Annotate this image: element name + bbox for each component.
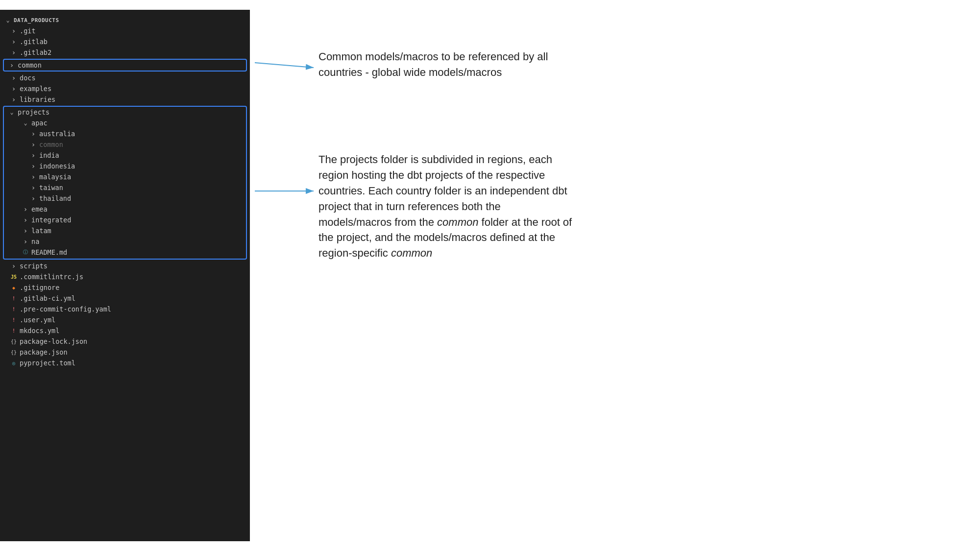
- git-icon: ◆: [10, 285, 18, 290]
- tree-item-australia[interactable]: australia: [4, 128, 246, 139]
- file-tree-panel: DATA_PRODUCTS .git .gitlab .gitlab2 comm…: [0, 10, 250, 541]
- chevron-right-icon: [10, 85, 18, 93]
- chevron-right-icon: [22, 205, 29, 213]
- tree-item-latam[interactable]: latam: [4, 225, 246, 236]
- tree-item-apac-common[interactable]: common: [4, 139, 246, 150]
- chevron-right-icon: [29, 162, 37, 170]
- chevron-down-icon: [22, 120, 29, 126]
- tree-item-integrated[interactable]: integrated: [4, 215, 246, 225]
- chevron-right-icon: [10, 262, 18, 270]
- tree-item-mkdocs[interactable]: ! mkdocs.yml: [0, 325, 250, 336]
- annotation-projects: The projects folder is subdivided in reg…: [318, 152, 573, 261]
- chevron-right-icon: [29, 173, 37, 181]
- tree-item-gitignore[interactable]: ◆ .gitignore: [0, 282, 250, 293]
- chevron-right-icon: [10, 27, 18, 35]
- chevron-right-icon: [29, 151, 37, 159]
- chevron-right-icon: [29, 184, 37, 192]
- tree-item-libraries[interactable]: libraries: [0, 94, 250, 105]
- chevron-right-icon: [10, 38, 18, 46]
- js-icon: JS: [10, 274, 18, 280]
- annotation-common: Common models/macros to be referenced by…: [318, 49, 564, 80]
- main-layout: DATA_PRODUCTS .git .gitlab .gitlab2 comm…: [0, 0, 980, 551]
- projects-highlight-box: projects apac australia common india: [3, 106, 247, 260]
- tree-item-pyproject[interactable]: ◎ pyproject.toml: [0, 358, 250, 368]
- tree-item-package-json[interactable]: {} package.json: [0, 347, 250, 358]
- exclamation-icon: !: [10, 328, 18, 334]
- circle-icon: ◎: [10, 360, 18, 366]
- tree-item-readme[interactable]: ⓘ README.md: [4, 247, 246, 258]
- chevron-right-icon: [22, 238, 29, 245]
- braces-icon: {}: [10, 339, 18, 344]
- tree-item-pre-commit[interactable]: ! .pre-commit-config.yaml: [0, 304, 250, 314]
- chevron-right-icon: [22, 227, 29, 235]
- chevron-right-icon: [8, 61, 16, 69]
- chevron-down-icon: [8, 109, 16, 116]
- tree-item-gitlab2[interactable]: .gitlab2: [0, 47, 250, 58]
- tree-item-indonesia[interactable]: indonesia: [4, 161, 246, 171]
- tree-item-gitlab-ci[interactable]: ! .gitlab-ci.yml: [0, 293, 250, 304]
- tree-item-package-lock[interactable]: {} package-lock.json: [0, 336, 250, 347]
- svg-line-0: [255, 63, 314, 68]
- chevron-right-icon: [29, 141, 37, 148]
- info-icon: ⓘ: [22, 249, 29, 256]
- tree-item-thailand[interactable]: thailand: [4, 193, 246, 204]
- content-area: Common models/macros to be referenced by…: [250, 10, 980, 541]
- tree-item-gitlab[interactable]: .gitlab: [0, 36, 250, 47]
- tree-item-common[interactable]: common: [4, 60, 246, 71]
- chevron-right-icon: [10, 96, 18, 103]
- common-highlight-box: common: [3, 59, 247, 72]
- chevron-right-icon: [10, 48, 18, 56]
- exclamation-icon: !: [10, 296, 18, 301]
- braces-icon: {}: [10, 350, 18, 355]
- tree-root[interactable]: DATA_PRODUCTS: [0, 15, 250, 25]
- tree-item-commitlintrc[interactable]: JS .commitlintrc.js: [0, 271, 250, 282]
- tree-item-malaysia[interactable]: malaysia: [4, 171, 246, 182]
- tree-item-india[interactable]: india: [4, 150, 246, 161]
- chevron-right-icon: [10, 74, 18, 82]
- chevron-down-icon: [4, 17, 12, 24]
- arrows-svg: [250, 10, 980, 541]
- tree-item-git[interactable]: .git: [0, 25, 250, 36]
- tree-item-user-yml[interactable]: ! .user.yml: [0, 314, 250, 325]
- exclamation-icon: !: [10, 317, 18, 323]
- tree-item-na[interactable]: na: [4, 236, 246, 247]
- chevron-right-icon: [22, 216, 29, 224]
- tree-item-emea[interactable]: emea: [4, 204, 246, 215]
- chevron-right-icon: [29, 130, 37, 138]
- tree-item-examples[interactable]: examples: [0, 83, 250, 94]
- tree-item-scripts[interactable]: scripts: [0, 261, 250, 271]
- chevron-right-icon: [29, 194, 37, 202]
- tree-item-projects[interactable]: projects: [4, 107, 246, 118]
- tree-item-apac[interactable]: apac: [4, 118, 246, 128]
- tree-item-taiwan[interactable]: taiwan: [4, 182, 246, 193]
- tree-item-docs[interactable]: docs: [0, 72, 250, 83]
- exclamation-icon: !: [10, 307, 18, 312]
